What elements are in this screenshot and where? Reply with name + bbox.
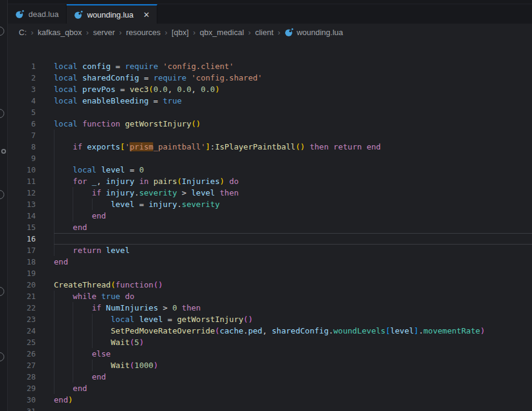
code-line-content[interactable]: level = injury.severity <box>54 199 532 210</box>
line-number[interactable]: 27 <box>8 360 36 371</box>
breadcrumb-item[interactable]: client <box>255 28 273 37</box>
code-line-content[interactable]: if injury.severity > level then <box>54 187 532 199</box>
line-number[interactable]: 30 <box>8 394 36 406</box>
code-line-content[interactable] <box>54 107 532 118</box>
line-number[interactable]: 17 <box>8 245 36 256</box>
code-line[interactable]: 17 return level <box>8 245 532 256</box>
code-line-content[interactable]: if exports['prism_paintball']:IsPlayerPa… <box>54 141 532 153</box>
code-line[interactable]: 1local config = require 'config.client' <box>8 61 532 72</box>
line-number[interactable]: 25 <box>8 337 36 348</box>
code-line-content[interactable] <box>54 406 532 411</box>
line-number[interactable]: 21 <box>8 291 36 302</box>
code-line[interactable]: 28 end <box>8 371 532 383</box>
tab-wounding-lua[interactable]: wounding.lua✕ <box>67 4 158 24</box>
run-debug-icon[interactable] <box>0 190 4 199</box>
code-editor[interactable]: 1local config = require 'config.client'2… <box>8 41 532 411</box>
code-line[interactable]: 11 for _, injury in pairs(Injuries) do <box>8 176 532 187</box>
code-line[interactable]: 24 SetPedMoveRateOverride(cache.ped, sha… <box>8 325 532 337</box>
code-line[interactable]: 10 local level = 0 <box>8 164 532 176</box>
line-number[interactable]: 22 <box>8 302 36 314</box>
code-line-content[interactable]: Wait(1000) <box>54 360 532 371</box>
line-number[interactable]: 10 <box>8 164 36 176</box>
breadcrumb-item[interactable]: [qbx] <box>172 28 189 37</box>
code-line-content[interactable]: local enableBleeding = true <box>54 95 532 107</box>
code-line-content[interactable] <box>54 233 532 245</box>
code-line[interactable]: 14 end <box>8 210 532 222</box>
code-line-content[interactable]: CreateThread(function() <box>54 279 532 291</box>
code-line-content[interactable]: if NumInjuries > 0 then <box>54 302 532 314</box>
code-line[interactable]: 18end <box>8 256 532 268</box>
code-line-content[interactable]: end <box>54 371 532 383</box>
line-number[interactable]: 1 <box>8 61 36 72</box>
code-line-content[interactable]: Wait(5) <box>54 337 532 348</box>
code-line-content[interactable]: local level = 0 <box>54 164 532 176</box>
code-line[interactable]: 19 <box>8 268 532 279</box>
breadcrumb-item[interactable]: kafkas_qbox <box>38 28 82 37</box>
line-number[interactable]: 8 <box>8 141 36 153</box>
code-line-content[interactable]: end <box>54 210 532 222</box>
code-line-content[interactable]: end <box>54 222 532 233</box>
line-number[interactable]: 3 <box>8 84 36 95</box>
account-icon[interactable] <box>0 287 4 296</box>
code-line[interactable]: 5 <box>8 107 532 118</box>
code-line[interactable]: 8 if exports['prism_paintball']:IsPlayer… <box>8 141 532 153</box>
code-line[interactable]: 31 <box>8 406 532 411</box>
code-line[interactable]: 22 if NumInjuries > 0 then <box>8 302 532 314</box>
code-line-content[interactable] <box>54 153 532 164</box>
code-line[interactable]: 30end) <box>8 394 532 406</box>
line-number[interactable]: 18 <box>8 256 36 268</box>
line-number[interactable]: 15 <box>8 222 36 233</box>
code-line[interactable]: 2local sharedConfig = require 'config.sh… <box>8 72 532 84</box>
line-number[interactable]: 23 <box>8 314 36 325</box>
line-number[interactable]: 7 <box>8 130 36 141</box>
line-number[interactable]: 11 <box>8 176 36 187</box>
code-line[interactable]: 27 Wait(1000) <box>8 360 532 371</box>
code-line-content[interactable]: while true do <box>54 291 532 302</box>
line-number[interactable]: 4 <box>8 95 36 107</box>
code-line-content[interactable] <box>54 130 532 141</box>
code-line[interactable]: 4local enableBleeding = true <box>8 95 532 107</box>
breadcrumb-item[interactable]: qbx_medical <box>200 28 244 37</box>
code-line-content[interactable]: local function getWorstInjury() <box>54 118 532 130</box>
tab-dead-lua[interactable]: dead.lua <box>8 4 67 24</box>
code-line[interactable]: 7 <box>8 130 532 141</box>
code-line[interactable]: 20CreateThread(function() <box>8 279 532 291</box>
line-number[interactable]: 9 <box>8 153 36 164</box>
explorer-icon[interactable] <box>0 27 4 36</box>
line-number[interactable]: 16 <box>8 233 36 245</box>
settings-gear-icon[interactable] <box>0 352 4 361</box>
code-line[interactable]: 9 <box>8 153 532 164</box>
line-number[interactable]: 12 <box>8 187 36 199</box>
line-number[interactable]: 13 <box>8 199 36 210</box>
code-line-content[interactable]: end <box>54 256 532 268</box>
code-line-content[interactable] <box>54 268 532 279</box>
code-line[interactable]: 15 end <box>8 222 532 233</box>
line-number[interactable]: 2 <box>8 72 36 84</box>
code-line-content[interactable]: SetPedMoveRateOverride(cache.ped, shared… <box>54 325 532 337</box>
code-line-content[interactable]: local level = getWorstInjury() <box>54 314 532 325</box>
code-line-content[interactable]: end <box>54 383 532 394</box>
line-number[interactable]: 26 <box>8 348 36 360</box>
code-line-content[interactable]: for _, injury in pairs(Injuries) do <box>54 176 532 187</box>
line-number[interactable]: 31 <box>8 406 36 411</box>
line-number[interactable]: 24 <box>8 325 36 337</box>
code-line[interactable]: 23 local level = getWorstInjury() <box>8 314 532 325</box>
close-icon[interactable]: ✕ <box>143 11 150 19</box>
source-control-icon[interactable] <box>1 149 6 154</box>
code-line-content[interactable]: return level <box>54 245 532 256</box>
breadcrumb-item[interactable]: wounding.lua <box>284 28 343 37</box>
code-line[interactable]: 16 <box>8 233 532 245</box>
code-line[interactable]: 6local function getWorstInjury() <box>8 118 532 130</box>
code-line[interactable]: 13 level = injury.severity <box>8 199 532 210</box>
code-line-content[interactable]: local config = require 'config.client' <box>54 61 532 72</box>
line-number[interactable]: 29 <box>8 383 36 394</box>
line-number[interactable]: 6 <box>8 118 36 130</box>
line-number[interactable]: 14 <box>8 210 36 222</box>
search-icon[interactable] <box>0 109 4 118</box>
line-number[interactable]: 20 <box>8 279 36 291</box>
breadcrumb-item[interactable]: C: <box>19 28 27 37</box>
code-line[interactable]: 3local prevPos = vec3(0.0, 0.0, 0.0) <box>8 84 532 95</box>
line-number[interactable]: 28 <box>8 371 36 383</box>
breadcrumb-item[interactable]: server <box>93 28 115 37</box>
code-line-content[interactable]: local sharedConfig = require 'config.sha… <box>54 72 532 84</box>
